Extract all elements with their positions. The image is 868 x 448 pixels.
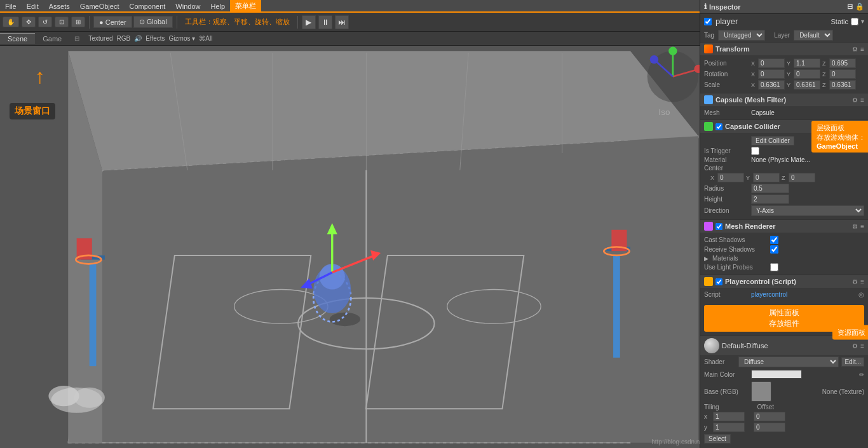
tag-layer-row: Tag Untagged Layer Default [700, 29, 868, 42]
inspector-pin[interactable]: ⊟ [847, 3, 853, 11]
inspector-lock[interactable]: 🔒 [855, 3, 864, 11]
rotation-y: Y [787, 69, 820, 79]
pause-button[interactable]: ⏸ [318, 15, 332, 29]
color-pick-icon[interactable]: ✏ [859, 371, 864, 378]
tool-move[interactable]: ✥ [22, 17, 36, 27]
static-dropdown-arrow[interactable]: ▾ [861, 18, 864, 25]
menu-assets[interactable]: Assets [44, 3, 75, 10]
tool-hand[interactable]: ✋ [3, 17, 19, 27]
edit-collider-button[interactable]: Edit Collider [751, 136, 794, 146]
step-button[interactable]: ⏭ [335, 15, 349, 29]
position-y-input[interactable] [794, 58, 820, 68]
offset-y-input[interactable] [754, 423, 785, 432]
play-button[interactable]: ▶ [302, 15, 316, 29]
collider-settings-icon[interactable]: ⚙ [852, 123, 858, 130]
select-button[interactable]: Select [704, 434, 731, 444]
viewport-mode[interactable]: Textured [88, 35, 112, 42]
tiling-x-input[interactable] [713, 412, 745, 421]
scale-z-input[interactable] [829, 80, 856, 90]
center-y-input[interactable] [753, 173, 780, 182]
global-button[interactable]: ⊙ Global [133, 16, 173, 28]
tiling-label: Tiling [704, 404, 719, 411]
menu-file[interactable]: File [0, 3, 22, 10]
script-settings-icon[interactable]: ⚙ [852, 278, 858, 285]
viewport-color[interactable]: RGB [117, 35, 131, 42]
transform-settings-icon[interactable]: ⚙ [852, 46, 858, 53]
script-menu-icon[interactable]: ≡ [860, 278, 864, 285]
center-x-input[interactable] [717, 173, 744, 182]
script-row: Script playercontrol ◎ [704, 290, 864, 299]
scale-y-input[interactable] [794, 80, 820, 90]
shader-select[interactable]: Diffuse [738, 356, 839, 367]
transform-menu-icon[interactable]: ≡ [860, 46, 864, 53]
position-x-input[interactable] [758, 58, 785, 68]
tool-scale[interactable]: ⊡ [55, 17, 69, 27]
tag-select[interactable]: Untagged [718, 30, 765, 41]
main-color-swatch[interactable] [751, 370, 802, 379]
viewport-gizmos[interactable]: Gizmos ▾ [169, 35, 196, 42]
receive-shadows-checkbox[interactable] [770, 245, 778, 254]
renderer-body: Cast Shadows Receive Shadows ▶ Materials… [700, 233, 868, 275]
mesh-filter-header[interactable]: Capsule (Mesh Filter) ⚙ ≡ [700, 93, 868, 106]
renderer-settings-icon[interactable]: ⚙ [852, 223, 858, 230]
viewport-audio[interactable]: 🔊 [134, 35, 142, 42]
diffuse-menu-icon[interactable]: ≡ [860, 343, 864, 350]
mesh-row: Mesh Capsule [704, 109, 864, 117]
menu-gameobject[interactable]: GameObject [75, 3, 125, 10]
menu-component[interactable]: Component [124, 3, 170, 10]
shader-edit-button[interactable]: Edit... [841, 357, 864, 367]
center-z-input[interactable] [789, 173, 815, 182]
height-row: Height [704, 194, 864, 205]
scale-row: Scale X Y Z [704, 79, 864, 90]
scale-y: Y [787, 80, 820, 90]
renderer-active-checkbox[interactable] [715, 223, 722, 230]
static-checkbox[interactable] [851, 18, 858, 25]
is-trigger-checkbox[interactable] [751, 147, 759, 155]
diffuse-header[interactable]: Default-Diffuse ⚙ ≡ [700, 336, 868, 355]
collider-menu-icon[interactable]: ≡ [860, 123, 864, 130]
tab-scene[interactable]: Scene [0, 33, 35, 44]
cast-shadows-checkbox[interactable] [770, 236, 778, 244]
diffuse-settings-icon[interactable]: ⚙ [852, 343, 858, 350]
offset-x-input[interactable] [754, 412, 785, 421]
rotation-z-input[interactable] [829, 69, 856, 79]
rotation-y-input[interactable] [794, 69, 820, 79]
tool-rotate[interactable]: ↺ [38, 17, 52, 27]
mesh-filter-menu-icon[interactable]: ≡ [860, 97, 864, 104]
use-light-probes-checkbox[interactable] [770, 263, 778, 271]
tag-label: Tag [704, 32, 714, 39]
object-name: player [715, 17, 827, 26]
center-xyz-row: X Y Z [704, 172, 864, 183]
object-active-checkbox[interactable] [704, 18, 712, 25]
collider-active-checkbox[interactable] [715, 123, 722, 130]
transform-header[interactable]: Transform ⚙ ≡ [700, 43, 868, 55]
tab-game[interactable]: Game [35, 34, 69, 44]
tool-rect[interactable]: ⊞ [71, 17, 85, 27]
scale-x-input[interactable] [758, 80, 785, 90]
script-active-checkbox[interactable] [715, 278, 722, 285]
rotation-x-input[interactable] [758, 69, 785, 79]
tiling-y-input[interactable] [713, 423, 745, 432]
menu-edit[interactable]: Edit [22, 3, 44, 10]
menubar-label: 菜单栏 [230, 0, 261, 12]
mesh-renderer-header[interactable]: Mesh Renderer ⚙ ≡ [700, 220, 868, 233]
radius-input[interactable] [751, 184, 789, 193]
capsule-collider-header[interactable]: Capsule Collider ⚙ ≡ [700, 120, 868, 133]
playercontrol-header[interactable]: Playercontrol (Script) ⚙ ≡ [700, 275, 868, 288]
center-button[interactable]: ● Center [93, 16, 132, 28]
script-select-icon[interactable]: ◎ [858, 291, 864, 298]
viewport-all[interactable]: ⌘All [199, 35, 212, 42]
renderer-menu-icon[interactable]: ≡ [860, 223, 864, 230]
position-z-input[interactable] [829, 58, 856, 68]
mesh-filter-settings-icon[interactable]: ⚙ [852, 97, 858, 104]
none-texture-label: None (Texture) [774, 388, 864, 395]
menu-help[interactable]: Help [205, 3, 230, 10]
scene-viewport[interactable]: Iso ↑ 场景窗口 http://blog.csdn.net/xin7e8 [0, 46, 728, 448]
menu-window[interactable]: Window [170, 3, 205, 10]
direction-select[interactable]: Y-Axis [751, 205, 864, 216]
center-label: Center [704, 165, 749, 172]
svg-rect-21 [613, 255, 620, 358]
height-input[interactable] [751, 194, 789, 204]
layer-select[interactable]: Default [794, 30, 833, 41]
viewport-effects[interactable]: Effects [146, 35, 165, 42]
